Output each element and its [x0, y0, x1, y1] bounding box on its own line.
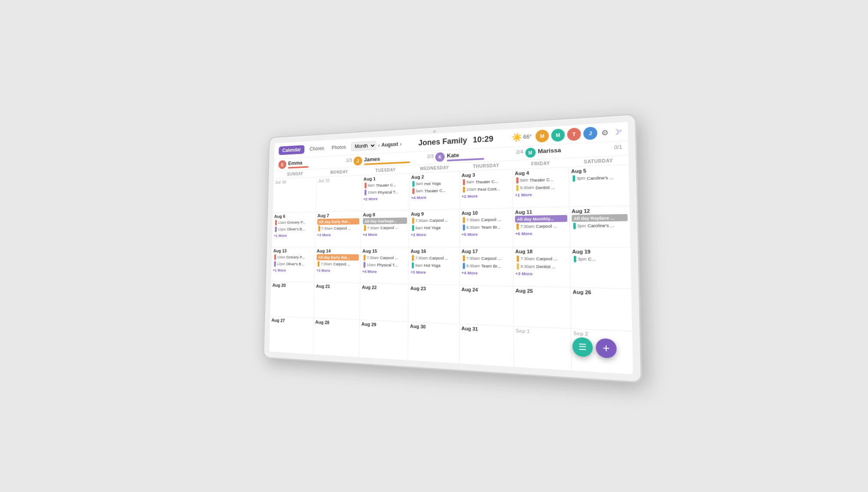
event-item[interactable]: All day Monthly... — [515, 215, 567, 222]
date-label: Aug 25 — [516, 288, 569, 295]
event-time: 10am — [467, 187, 477, 192]
more-link[interactable]: +4 More — [461, 270, 511, 276]
event-item[interactable]: 7:30am Carpool ... — [362, 254, 407, 261]
prev-month-btn[interactable]: ‹ — [378, 142, 380, 148]
event-dot — [572, 175, 575, 182]
event-item[interactable]: 7:30am Carpool ... — [411, 254, 457, 262]
event-item[interactable]: All day Replace ... — [572, 214, 628, 222]
cell-aug24: Aug 24 — [460, 285, 514, 326]
event-name: Pest Cont... — [478, 186, 500, 192]
event-dot — [274, 254, 276, 260]
cell-aug29: Aug 29 — [359, 320, 408, 360]
time-display: 10:29 — [473, 134, 493, 144]
more-link[interactable]: +1 More — [515, 191, 567, 197]
event-dot — [516, 223, 519, 230]
more-link[interactable]: +2 More — [363, 196, 408, 201]
event-item[interactable]: 10am Physical T... — [363, 188, 408, 196]
cell-aug14: Aug 14 All day Early Rel... 7:30am Carpo… — [315, 247, 361, 283]
more-link[interactable]: +1 More — [274, 233, 314, 238]
cell-aug18: Aug 18 7:30am Carpool ... 9:30am Dentist… — [513, 247, 571, 288]
event-item[interactable]: All day Early Rel... — [317, 218, 359, 225]
more-link[interactable]: +1 More — [273, 268, 313, 273]
avatar-T[interactable]: T — [567, 128, 581, 141]
event-item[interactable]: 3pm Caroline's ... — [572, 222, 628, 230]
marissa-name: Marissa — [538, 147, 561, 154]
event-item[interactable]: 10am Physical T... — [362, 261, 407, 269]
james-avatar: J — [353, 156, 362, 166]
family-title: Jones Family 10:29 — [405, 133, 508, 148]
cell-aug25: Aug 25 — [513, 287, 571, 328]
date-label: Aug 11 — [515, 208, 567, 215]
event-item[interactable]: 3pm C... — [572, 255, 628, 263]
settings-button[interactable]: ⚙ — [601, 128, 608, 137]
more-link[interactable]: +6 More — [515, 230, 568, 236]
event-dot — [463, 224, 465, 230]
photos-tab[interactable]: Photos — [329, 142, 349, 152]
event-item[interactable]: 7:30am Carpool ... — [411, 216, 458, 224]
event-dot — [412, 188, 414, 194]
event-name: Oliver's B... — [287, 227, 305, 232]
event-item[interactable]: 7:30am Carpool ... — [461, 255, 511, 262]
more-link[interactable]: +3 More — [316, 268, 358, 273]
event-item[interactable]: 8:30am Team Br... — [461, 262, 511, 270]
event-item[interactable]: All day Garbage... — [363, 217, 407, 224]
avatar-M2[interactable]: M — [551, 128, 565, 142]
event-item[interactable]: 7:30am Carpool ... — [515, 255, 568, 262]
next-month-btn[interactable]: › — [400, 141, 402, 148]
event-dot — [517, 263, 519, 269]
event-item[interactable]: 7:30am Carpool ... — [316, 260, 359, 267]
event-item[interactable]: 9am Hot Yoga — [411, 262, 457, 269]
event-time: 12pm — [278, 227, 286, 231]
avatar-J[interactable]: J — [583, 127, 598, 140]
event-item[interactable]: All day Early Rel... — [316, 254, 358, 260]
event-item[interactable]: 7:30am Carpool ... — [317, 225, 359, 232]
event-item[interactable]: 10am Grocery P... — [273, 254, 313, 260]
event-item[interactable]: 7:30am Carpool ... — [461, 216, 511, 223]
date-label: Aug 28 — [315, 319, 358, 326]
event-item[interactable]: 9am Hot Yoga — [411, 224, 457, 231]
calendar-tab[interactable]: Calendar — [279, 145, 305, 155]
event-dot — [463, 179, 465, 185]
date-label: Aug 12 — [572, 207, 628, 214]
sleep-button[interactable]: ☽z — [612, 127, 622, 136]
view-mode-select[interactable]: Month — [351, 141, 376, 151]
event-item[interactable]: 10am Grocery P... — [274, 219, 314, 226]
event-item[interactable]: 9:30am Dentist ... — [515, 183, 567, 191]
more-link[interactable]: +3 More — [411, 269, 457, 275]
event-item[interactable]: 7:30am Carpool ... — [515, 222, 568, 230]
emma-bar — [288, 166, 309, 168]
event-item[interactable]: 9am Theater C... — [411, 186, 457, 194]
more-link[interactable]: +3 More — [317, 232, 359, 237]
more-link[interactable]: +3 More — [515, 271, 568, 276]
cell-aug5: Aug 5 3pm Caroline's ... — [569, 165, 629, 207]
event-dot — [516, 256, 519, 262]
event-item[interactable]: 12pm Oliver's B... — [273, 260, 313, 267]
event-item[interactable]: 8:30am Team Br... — [461, 223, 511, 231]
event-item[interactable]: 3pm Caroline's ... — [571, 173, 627, 182]
more-link[interactable]: +5 More — [461, 232, 511, 237]
date-label: Aug 31 — [461, 326, 511, 334]
cell-aug4: Aug 4 9am Theater C... 9:30am Dentist ..… — [513, 167, 570, 207]
chores-tab[interactable]: Chores — [307, 144, 326, 153]
date-label: Aug 13 — [273, 248, 313, 253]
more-link[interactable]: +4 More — [363, 232, 407, 236]
event-name: Theater C... — [529, 177, 553, 182]
emma-score: 1/3 — [346, 157, 352, 163]
more-link[interactable]: +2 More — [461, 193, 510, 199]
avatar-M1[interactable]: M — [536, 129, 549, 142]
event-item[interactable]: 12pm Oliver's B... — [274, 226, 314, 233]
date-label: Aug 21 — [316, 284, 358, 290]
cell-aug8: Aug 8 All day Garbage... 7:30am Carpool … — [361, 210, 409, 246]
event-name: Carpool ... — [429, 256, 448, 260]
event-item[interactable]: 9:30am Dentist ... — [515, 262, 568, 270]
event-item[interactable]: 10am Pest Cont... — [461, 185, 510, 194]
emma-info: Emma 1/3 — [288, 157, 352, 168]
event-time: 10am — [368, 190, 377, 194]
marissa-score: 0/1 — [614, 144, 622, 150]
more-link[interactable]: +4 More — [411, 194, 457, 200]
more-link[interactable]: +4 More — [362, 269, 407, 274]
event-time: 9am — [416, 189, 423, 193]
more-link[interactable]: +2 More — [411, 232, 457, 237]
event-item[interactable]: 7:30am Carpool ... — [363, 224, 407, 232]
event-time: 7:30am — [367, 226, 379, 230]
